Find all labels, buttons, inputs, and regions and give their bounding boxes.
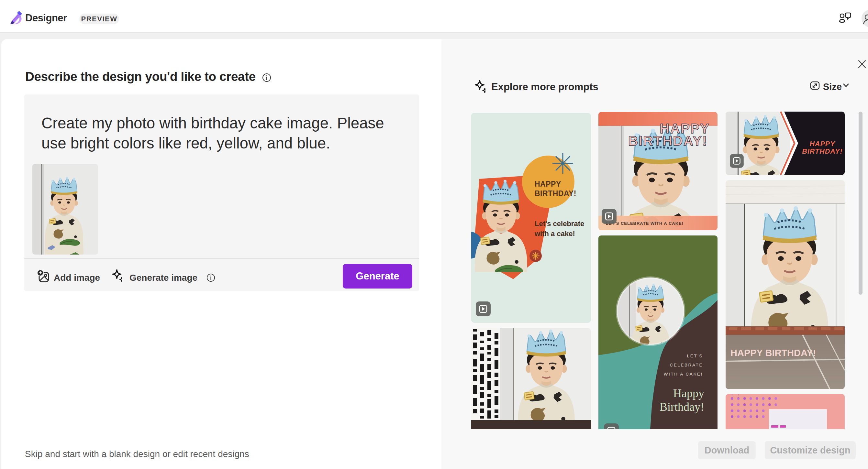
svg-text:LET'S: LET'S	[687, 354, 703, 358]
svg-text:BIRTHDAY!: BIRTHDAY!	[802, 147, 842, 155]
svg-text:LET'S CELEBRATE WITH A CAKE!: LET'S CELEBRATE WITH A CAKE!	[606, 221, 684, 226]
svg-text:HAPPY BIRTHDAY!: HAPPY BIRTHDAY!	[731, 348, 816, 358]
svg-text:Let's celebrate: Let's celebrate	[535, 220, 584, 228]
svg-text:BIRTHDAY!: BIRTHDAY!	[535, 189, 577, 198]
svg-text:Birthday!: Birthday!	[659, 400, 704, 413]
svg-text:HAPPY: HAPPY	[535, 180, 561, 188]
svg-text:CELEBRATE: CELEBRATE	[670, 363, 703, 367]
svg-text:BIRTHDAY!: BIRTHDAY!	[628, 133, 708, 148]
svg-text:Happy: Happy	[673, 387, 704, 400]
svg-text:WITH A CAKE!: WITH A CAKE!	[664, 372, 703, 376]
svg-text:HAPPY: HAPPY	[809, 140, 835, 148]
svg-text:with a cake!: with a cake!	[534, 230, 575, 238]
